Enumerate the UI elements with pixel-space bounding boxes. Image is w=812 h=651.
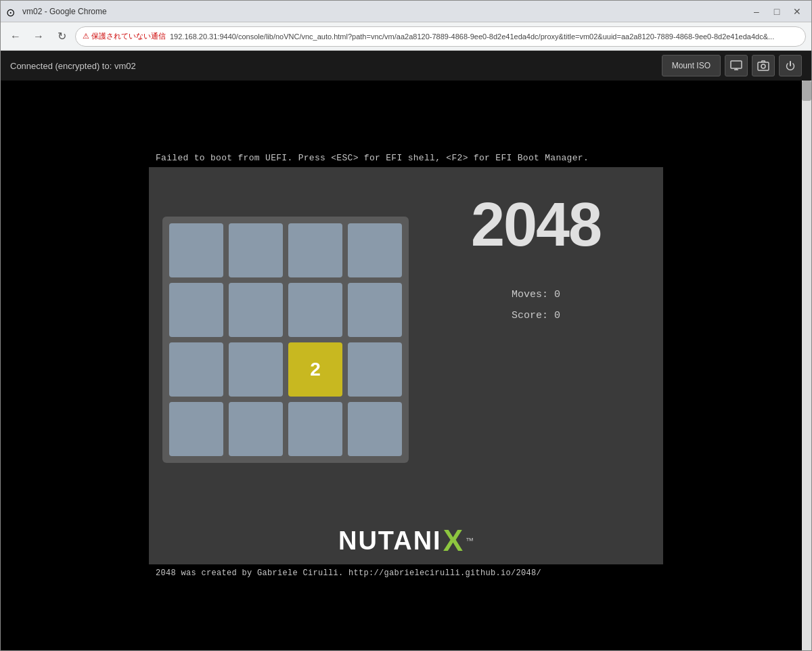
nutanix-name-text: NUTANI [338, 526, 442, 556]
refresh-button[interactable]: ↻ [52, 27, 71, 46]
cell-2-2: 2 [288, 342, 342, 397]
browser-window: ⊙ vm02 - Google Chrome – □ ✕ ← → ↻ ⚠ 保護さ… [0, 0, 812, 651]
security-warning: ⚠ 保護されていない通信 [83, 31, 166, 41]
cell-3-1 [229, 402, 283, 456]
close-button[interactable]: ✕ [788, 3, 806, 20]
back-button[interactable]: ← [6, 27, 25, 46]
game-title: 2048 [471, 194, 601, 255]
vnc-status: Connected (encrypted) to: vm02 [10, 61, 136, 71]
game-info-panel: 2048 Moves: 0 Score: 0 [422, 181, 650, 498]
cell-3-2 [288, 402, 342, 456]
browser-title: vm02 - Google Chrome [22, 7, 107, 16]
cell-1-2 [288, 283, 342, 337]
title-bar: ⊙ vm02 - Google Chrome – □ ✕ [1, 1, 811, 22]
game-grid: 2 [162, 217, 409, 463]
screenshot-button[interactable] [752, 55, 775, 76]
nutanix-logo-area: NUTANI X ™ [149, 512, 663, 564]
cell-0-1 [229, 223, 283, 277]
maximize-button[interactable]: □ [768, 3, 786, 20]
cell-0-0 [169, 223, 223, 277]
cell-1-3 [348, 283, 402, 337]
cell-2-1 [229, 342, 283, 397]
cell-1-0 [169, 283, 223, 337]
moves-display: Moves: 0 [512, 289, 560, 300]
address-bar[interactable]: ⚠ 保護されていない通信 192.168.20.31:9440/console/… [75, 26, 806, 47]
window-controls: – □ ✕ [748, 3, 806, 20]
footer-message: 2048 was created by Gabriele Cirulli. ht… [149, 564, 663, 582]
svg-rect-3 [758, 62, 769, 70]
vm-screen: Failed to boot from UEFI. Press <ESC> fo… [149, 149, 663, 582]
forward-button[interactable]: → [29, 27, 48, 46]
cell-3-0 [169, 402, 223, 456]
cell-0-3 [348, 223, 402, 277]
vnc-toolbar: Connected (encrypted) to: vm02 Mount ISO [1, 51, 811, 81]
nutanix-logo: NUTANI X ™ [338, 524, 474, 558]
svg-point-4 [761, 64, 765, 68]
svg-rect-0 [731, 61, 742, 68]
display-icon-button[interactable] [725, 55, 748, 76]
favicon-icon: ⊙ [6, 6, 17, 17]
warning-icon: ⚠ [83, 32, 89, 41]
cell-3-3 [348, 402, 402, 456]
score-display: Score: 0 [512, 310, 560, 321]
scrollbar-thumb[interactable] [802, 81, 811, 101]
vnc-controls: Mount ISO [662, 55, 802, 76]
title-bar-left: ⊙ vm02 - Google Chrome [6, 6, 107, 17]
minimize-button[interactable]: – [748, 3, 765, 20]
security-label: 保護されていない通信 [91, 31, 166, 41]
game-area: 2 2048 Moves: 0 Score: 0 [149, 167, 663, 512]
boot-message: Failed to boot from UEFI. Press <ESC> fo… [149, 149, 663, 167]
game-stats: Moves: 0 Score: 0 [512, 289, 560, 321]
power-button[interactable] [779, 55, 802, 76]
vm-console[interactable]: Failed to boot from UEFI. Press <ESC> fo… [1, 81, 811, 650]
scrollbar-track[interactable] [802, 81, 811, 650]
address-bar-row: ← → ↻ ⚠ 保護されていない通信 192.168.20.31:9440/co… [1, 22, 811, 51]
game-grid-container: 2 [162, 181, 409, 498]
cell-0-2 [288, 223, 342, 277]
cell-2-3 [348, 342, 402, 397]
nutanix-x-letter: X [443, 524, 463, 558]
nutanix-trademark: ™ [466, 536, 474, 545]
cell-2-0 [169, 342, 223, 397]
address-text: 192.168.20.31:9440/console/lib/noVNC/vnc… [170, 32, 774, 41]
cell-1-1 [229, 283, 283, 337]
mount-iso-button[interactable]: Mount ISO [662, 55, 721, 76]
